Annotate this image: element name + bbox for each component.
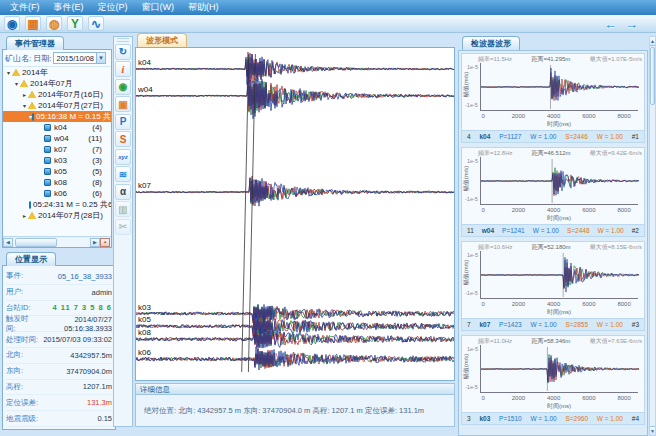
scissors-icon[interactable]: ✂ — [115, 219, 131, 235]
field-value: 2015/07/03 09:33:02 — [43, 335, 112, 344]
menu-item[interactable]: 文件(F) — [3, 0, 47, 15]
scroll-right-icon[interactable]: ▶ — [90, 238, 100, 247]
camera-icon[interactable]: ▣ — [115, 96, 131, 112]
field-row: 触发时间:2014/07/27 05:16:38.3933 — [6, 316, 112, 332]
tab-position-display[interactable]: 位置显示 — [6, 252, 56, 266]
expander-icon[interactable]: ▸ — [21, 212, 28, 219]
info-icon[interactable]: i — [115, 61, 131, 77]
menu-item[interactable]: 定位(P) — [91, 0, 135, 15]
nav-arrows: ←→ — [604, 15, 638, 33]
tree-item-event[interactable]: ▾05:16:38 M = 0.15 共6/7个 — [3, 111, 111, 122]
forward-icon[interactable]: → — [625, 17, 638, 32]
alpha-icon[interactable]: α — [115, 184, 131, 200]
channel-label: k08 — [138, 328, 151, 337]
x-tick-label: 2000 — [512, 301, 525, 307]
histogram-icon[interactable]: ▥ — [115, 201, 131, 217]
right-scrollbar[interactable]: ▲ ▼ — [649, 36, 656, 436]
grid-icon[interactable]: ▦ — [25, 16, 41, 31]
detector-index: #2 — [632, 227, 639, 234]
tree-item-folder[interactable]: ▾2014年07月 — [3, 78, 111, 89]
refresh-icon[interactable]: ↻ — [115, 44, 131, 60]
tree-item-event[interactable]: 05:24:31 M = 0.25 共6/7个 — [3, 199, 111, 210]
p-pick-value: P=1127 — [499, 133, 521, 140]
chart-plot — [480, 251, 638, 299]
tree-item-channel[interactable]: k08(8) — [3, 177, 111, 188]
scroll-up-icon[interactable]: ▲ — [650, 37, 655, 46]
xyz-axes-icon[interactable]: xyz — [115, 149, 131, 165]
tree-item-folder[interactable]: ▾2014年 — [3, 67, 111, 78]
waves-icon[interactable]: ≋ — [115, 166, 131, 182]
tree-label: 05:24:31 M = 0.25 共6/7个 — [33, 199, 111, 210]
back-icon[interactable]: ← — [604, 17, 617, 32]
tree-item-folder[interactable]: ▾2014年07月(27日) — [3, 100, 111, 111]
curve-icon[interactable]: ∿ — [88, 16, 104, 31]
detector-chart: 频率=11.5Hz距离=41.295m最大值=1.07E-5m/s幅值(m/s)… — [461, 53, 645, 143]
p-pick-icon[interactable]: P — [115, 114, 131, 130]
tree-label: 2014年07月(27日) — [38, 100, 103, 111]
expander-icon[interactable]: ▾ — [13, 80, 20, 87]
globe-icon[interactable]: ◍ — [46, 16, 62, 31]
tab-waveform-mode[interactable]: 波形模式 — [137, 33, 187, 47]
tree-label: k04 — [54, 123, 67, 132]
tree-item-channel[interactable]: k05(5) — [3, 166, 111, 177]
x-tick-label: 2000 — [512, 395, 525, 401]
sphere-icon[interactable]: ◉ — [4, 16, 20, 31]
expander-icon[interactable]: ▾ — [5, 69, 12, 76]
scroll-thumb[interactable] — [15, 238, 57, 247]
channel-name: k07 — [479, 321, 490, 328]
field-label: 用户: — [6, 287, 23, 297]
tree-item-folder[interactable]: ▸2014年07月(28日) — [3, 210, 111, 221]
tree-label: k08 — [54, 178, 67, 187]
right-scroll-thumb[interactable] — [650, 47, 655, 105]
tree-item-channel[interactable]: k06(6) — [3, 188, 111, 199]
y-axis-label: 幅值(m/s) — [462, 260, 471, 286]
field-value: 0.15 — [97, 414, 112, 423]
tree-item-channel[interactable]: k03(3) — [3, 155, 111, 166]
x-ticks: 02000400060008000 — [480, 207, 638, 214]
toolbar-grip[interactable] — [117, 38, 129, 42]
mine-name-label: 矿山名: — [5, 53, 31, 64]
tree-label: 05:16:38 M = 0.15 共6/7个 — [36, 111, 111, 122]
p-weight-value: W = 1.00 — [530, 321, 556, 328]
combo-arrow-icon[interactable]: ▼ — [96, 53, 105, 63]
tree-item-folder[interactable]: ▸2014年07月(16日) — [3, 89, 111, 100]
tab-detector-waveforms[interactable]: 检波器波形 — [462, 36, 520, 50]
tree-tool-button[interactable]: ▪ — [100, 238, 110, 247]
tree-item-channel[interactable]: k07(7) — [3, 144, 111, 155]
field-value: 4342957.5m — [70, 351, 112, 360]
expander-icon[interactable]: ▸ — [21, 91, 28, 98]
field-value: 37470904.0m — [66, 367, 112, 376]
scroll-track[interactable] — [14, 238, 89, 247]
scroll-down-icon[interactable]: ▼ — [650, 426, 655, 435]
menu-item[interactable]: 事件(E) — [47, 0, 91, 15]
folder-warning-icon — [12, 69, 20, 76]
scroll-left-icon[interactable]: ◀ — [3, 238, 13, 247]
menu-item[interactable]: 窗口(W) — [135, 0, 182, 15]
field-value: 2014/07/27 05:16:38.3933 — [34, 315, 112, 333]
pick-annotation-row: 3k03P=1510W = 1.00S=2960W = 1.00#4 — [462, 412, 644, 424]
channel-icon — [44, 135, 51, 142]
detector-chart: 频率=10.6Hz距离=52.180m最大值=8.15E-6m/s幅值(m/s)… — [461, 241, 645, 331]
expander-icon[interactable]: ▾ — [21, 102, 28, 109]
y-tick-bottom: -1e-5 — [465, 384, 478, 390]
location-pin-icon[interactable]: ◉ — [115, 79, 131, 95]
x-tick-label: 0 — [481, 395, 484, 401]
channel-icon — [44, 124, 51, 131]
tree-item-channel[interactable]: k04(4) — [3, 122, 111, 133]
s-weight-value: W = 1.00 — [597, 321, 623, 328]
menu-item[interactable]: 帮助(H) — [181, 0, 226, 15]
folder-warning-icon — [28, 212, 36, 219]
axes-icon[interactable]: Y — [67, 16, 83, 31]
tab-event-manager[interactable]: 事件管理器 — [6, 36, 64, 50]
date-combo[interactable]: 2015/10/08 ▼ — [53, 52, 106, 64]
date-row: 矿山名: 日期: 2015/10/08 ▼ — [3, 50, 111, 67]
field-label: 高程: — [6, 382, 23, 392]
folder-warning-icon — [20, 80, 28, 87]
x-tick-label: 8000 — [617, 301, 630, 307]
tree-item-channel[interactable]: w04(11) — [3, 133, 111, 144]
waveform-canvas[interactable]: k04w04k07k03k05k08k06 — [135, 47, 455, 381]
tree-scrollbar[interactable]: ◀ ▶ ▪ — [3, 236, 111, 247]
date-value: 2015/10/08 — [54, 54, 96, 63]
pick-annotation-row: 7k07P=1423W = 1.00S=2855W = 1.00#3 — [462, 318, 644, 330]
s-pick-icon[interactable]: S — [115, 131, 131, 147]
